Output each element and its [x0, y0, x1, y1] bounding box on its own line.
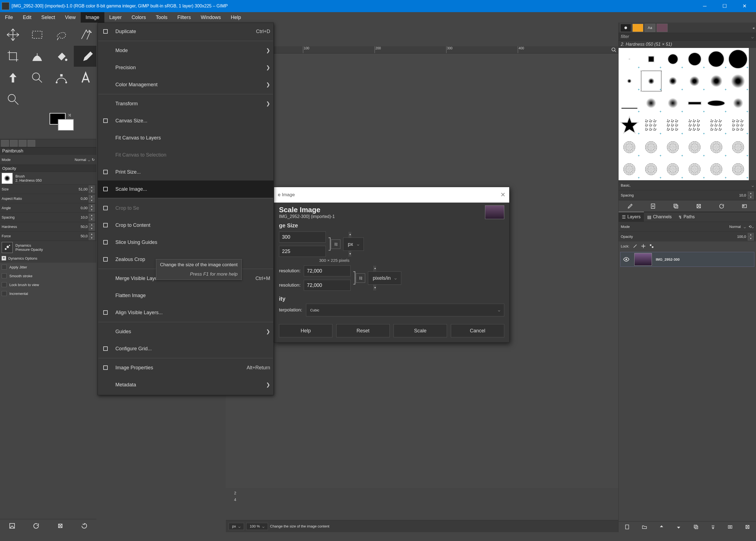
brush-grid-scrollbar[interactable]: [749, 48, 756, 180]
brush-swatch[interactable]: +: [640, 48, 662, 70]
dialog-titlebar[interactable]: e Image ✕: [274, 187, 509, 203]
menu-colors[interactable]: Colors: [127, 12, 151, 23]
brush-swatch[interactable]: +: [662, 136, 684, 158]
layer-thumbnail[interactable]: [634, 253, 652, 266]
aspect-ratio-slider[interactable]: Aspect Ratio0,00▲▼: [0, 194, 97, 203]
menu-edit[interactable]: Edit: [18, 12, 36, 23]
mask-icon[interactable]: [727, 524, 733, 530]
brush-swatch[interactable]: +: [662, 158, 684, 180]
dialog-close-icon[interactable]: ✕: [500, 191, 505, 199]
brush-swatch[interactable]: +: [662, 48, 684, 70]
scale-button[interactable]: Scale: [393, 324, 447, 337]
tab-fonts[interactable]: Aa: [644, 24, 655, 32]
brush-swatch[interactable]: +: [619, 136, 640, 158]
brush-swatch[interactable]: +: [619, 114, 640, 136]
menuitem-crop-to-content[interactable]: Crop to Content: [98, 217, 274, 234]
yres-input[interactable]: ▲▼: [304, 280, 351, 291]
transform-tool[interactable]: [25, 46, 49, 67]
brush-swatch[interactable]: +: [684, 92, 706, 114]
menu-filters[interactable]: Filters: [172, 12, 196, 23]
open-as-image-icon[interactable]: [741, 203, 747, 209]
menuitem-canvas-size[interactable]: Canvas Size...: [98, 112, 274, 129]
brush-swatch[interactable]: +: [705, 158, 727, 180]
menu-view[interactable]: View: [60, 12, 81, 23]
tab-history[interactable]: [656, 24, 667, 32]
tab-paths[interactable]: ↯Paths: [675, 212, 698, 222]
lock-alpha-icon[interactable]: [649, 244, 654, 249]
merge-down-icon[interactable]: [710, 524, 716, 530]
brush-grid[interactable]: ++++++++++++++++++++++++++++++++++++: [619, 48, 749, 180]
brush-preset-dropdown[interactable]: Basic,⌵: [619, 180, 756, 190]
layer-item[interactable]: IMG_2952-300: [620, 252, 754, 267]
link-dimensions-toggle[interactable]: ⛓: [331, 240, 341, 249]
image-menu-dropdown[interactable]: DuplicateCtrl+DMode❯Precision❯Color Mana…: [98, 23, 274, 395]
rect-select-tool[interactable]: [25, 24, 49, 45]
brush-swatch[interactable]: +: [727, 92, 749, 114]
menuitem-metadata[interactable]: Metadata❯: [98, 376, 274, 393]
visibility-toggle-icon[interactable]: [622, 255, 630, 264]
lock-brush-to-view-checkbox[interactable]: Lock brush to view: [0, 280, 97, 289]
new-brush-icon[interactable]: [650, 203, 656, 209]
dynamics-icon[interactable]: [2, 242, 13, 253]
layer-list[interactable]: IMG_2952-300: [619, 251, 756, 521]
tab-channels[interactable]: ▤Channels: [644, 212, 675, 222]
tab-layers[interactable]: ☰Layers: [619, 212, 644, 222]
tab-images[interactable]: [28, 140, 35, 147]
dynamics-row[interactable]: Dynamics Pressure Opacity: [0, 241, 97, 254]
restore-preset-icon[interactable]: [33, 522, 40, 529]
incremental-checkbox[interactable]: Incremental: [0, 289, 97, 298]
brush-swatch[interactable]: +: [705, 92, 727, 114]
lock-pixels-icon[interactable]: [632, 244, 637, 249]
blend-mode-row[interactable]: Mode Normal⌵↻: [0, 155, 97, 165]
free-select-tool[interactable]: [50, 24, 73, 45]
brush-swatch[interactable]: +: [684, 114, 706, 136]
layer-opacity-row[interactable]: Opacity 100,0 ▲▼: [619, 232, 756, 242]
checkbox-icon[interactable]: [2, 291, 7, 296]
checkbox-icon[interactable]: [2, 265, 7, 270]
new-group-icon[interactable]: [642, 524, 647, 530]
edit-brush-icon[interactable]: [627, 203, 633, 209]
brush-swatch[interactable]: +: [640, 158, 662, 180]
reset-button[interactable]: Reset: [336, 324, 390, 337]
menuitem-slice-using-guides[interactable]: Slice Using Guides: [98, 234, 274, 251]
brush-swatch[interactable]: +: [705, 136, 727, 158]
spacing-slider[interactable]: Spacing10,0▲▼: [0, 213, 97, 222]
menuitem-duplicate[interactable]: DuplicateCtrl+D: [98, 23, 274, 40]
path-tool[interactable]: [50, 67, 73, 88]
brush-swatch[interactable]: +: [705, 114, 727, 136]
menu-windows[interactable]: Windows: [196, 12, 226, 23]
brush-swatch[interactable]: +: [705, 70, 727, 92]
close-button[interactable]: ✕: [734, 0, 754, 12]
brush-swatch[interactable]: +: [619, 48, 640, 70]
help-button[interactable]: Help: [279, 324, 333, 337]
brush-swatch[interactable]: +: [662, 70, 684, 92]
brush-swatch[interactable]: +: [727, 136, 749, 158]
size-slider[interactable]: Size51,00▲▼: [0, 184, 97, 194]
force-slider[interactable]: Force50,0▲▼: [0, 231, 97, 241]
angle-slider[interactable]: Angle0,00▲▼: [0, 203, 97, 213]
interpolation-dropdown[interactable]: Cubic⌵: [306, 304, 504, 316]
xres-input[interactable]: ▲▼: [304, 266, 351, 276]
brush-swatch[interactable]: +: [727, 158, 749, 180]
bucket-fill-tool[interactable]: [50, 46, 73, 67]
brush-swatch[interactable]: +: [640, 136, 662, 158]
brush-swatch[interactable]: +: [662, 92, 684, 114]
brush-swatch[interactable]: +: [684, 158, 706, 180]
menuitem-image-properties[interactable]: Image PropertiesAlt+Return: [98, 359, 274, 376]
tool-options-tabs[interactable]: [0, 139, 97, 147]
res-unit-dropdown[interactable]: pixels/in⌵: [368, 271, 401, 285]
brush-swatch[interactable]: +: [684, 48, 706, 70]
duplicate-layer-icon[interactable]: [693, 524, 699, 530]
smudge-tool[interactable]: [25, 67, 49, 88]
menu-layer[interactable]: Layer: [105, 12, 127, 23]
lock-position-icon[interactable]: [641, 244, 646, 249]
menuitem-fit-canvas-to-layers[interactable]: Fit Canvas to Layers: [98, 129, 274, 146]
menu-tools[interactable]: Tools: [151, 12, 172, 23]
delete-layer-icon[interactable]: [745, 524, 750, 530]
menuitem-print-size[interactable]: Print Size...: [98, 164, 274, 181]
clone-tool[interactable]: [1, 67, 25, 88]
mode-switch-icon[interactable]: ⟲: [749, 225, 752, 229]
menu-help[interactable]: Help: [226, 12, 246, 23]
zoom-fit-icon[interactable]: [610, 46, 618, 53]
minimize-button[interactable]: ─: [695, 0, 715, 12]
